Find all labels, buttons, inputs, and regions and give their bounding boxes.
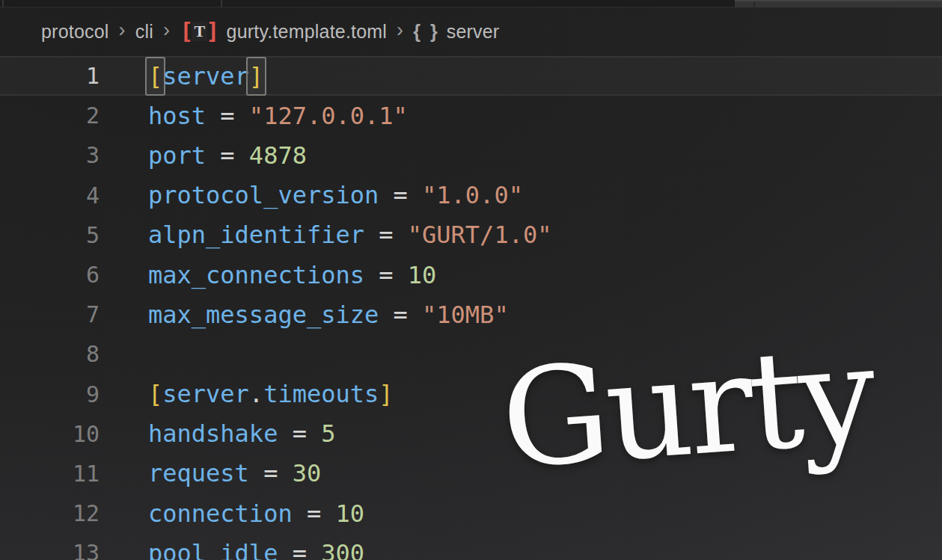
code-token-key: server [162, 380, 249, 408]
breadcrumb: protocol › cli › [ T ] gurty.template.to… [0, 8, 942, 55]
code-line-content[interactable]: host = "127.0.0.1" [148, 96, 942, 135]
code-token-key: protocol_version [148, 181, 379, 209]
code-token-br: [ [148, 380, 162, 408]
line-number: 12 [0, 500, 100, 526]
code-token-key: host [148, 102, 206, 130]
line-number: 8 [0, 341, 100, 367]
code-token-str: "GURT/1.0" [408, 221, 552, 249]
code-token-key: port [148, 141, 206, 170]
code-line-content[interactable] [148, 334, 942, 374]
code-token-key: timeouts [263, 380, 379, 408]
line-number: 13 [0, 540, 100, 560]
line-number: 2 [0, 102, 100, 129]
line-number: 11 [0, 461, 100, 487]
code-token-op: = [278, 419, 321, 448]
chevron-right-icon: › [163, 19, 170, 42]
code-token-op: = [379, 181, 422, 209]
tab-divider [2, 0, 4, 7]
line-number: 5 [0, 222, 100, 248]
editor-window: protocol › cli › [ T ] gurty.template.to… [0, 0, 942, 560]
code-line[interactable]: 10handshake = 5 [0, 414, 942, 454]
toml-icon-letter: T [192, 22, 207, 41]
code-line-content[interactable]: max_connections = 10 [148, 255, 942, 295]
code-line[interactable]: 3port = 4878 [0, 135, 942, 175]
code-token-num: 30 [293, 459, 322, 487]
code-token-op: = [249, 459, 293, 487]
code-line[interactable]: 4protocol_version = "1.0.0" [0, 176, 942, 215]
code-line[interactable]: 5alpn_identifier = "GURT/1.0" [0, 215, 942, 255]
code-token-str: "127.0.0.1" [249, 102, 408, 130]
code-line[interactable]: 8 [0, 334, 942, 374]
breadcrumb-item-cli[interactable]: cli [135, 21, 153, 43]
line-number: 7 [0, 301, 100, 327]
code-line[interactable]: 9[server.timeouts] [0, 375, 942, 414]
code-token-op: = [278, 539, 321, 560]
code-token-op: = [206, 102, 249, 130]
code-token-key: max_connections [148, 261, 364, 289]
code-line[interactable]: 12connection = 10 [0, 493, 942, 533]
code-token-key: server [162, 62, 249, 90]
line-number: 4 [0, 182, 100, 209]
code-token-op: = [206, 141, 249, 170]
braces-symbol-icon: { } [413, 21, 439, 43]
code-line[interactable]: 6max_connections = 10 [0, 255, 942, 295]
code-token-key: alpn_identifier [148, 221, 364, 249]
code-token-br: [ [147, 58, 164, 94]
breadcrumb-item-protocol[interactable]: protocol [41, 21, 109, 43]
code-token-num: 5 [321, 419, 335, 448]
code-token-key: request [148, 459, 249, 487]
code-token-num: 10 [408, 261, 437, 289]
breadcrumb-label: protocol [41, 21, 109, 43]
code-line-content[interactable]: alpn_identifier = "GURT/1.0" [148, 215, 942, 255]
breadcrumb-label: gurty.template.toml [227, 21, 388, 43]
toml-icon-bracket: ] [206, 20, 219, 43]
code-line-content[interactable]: handshake = 5 [148, 414, 942, 454]
code-line-content[interactable]: request = 30 [148, 454, 942, 493]
breadcrumb-item-symbol-server[interactable]: { } server [413, 21, 499, 43]
code-line[interactable]: 11request = 30 [0, 454, 942, 493]
toml-file-icon: [ T ] [180, 20, 219, 43]
line-number: 3 [0, 142, 100, 168]
code-line-content[interactable]: [server.timeouts] [148, 375, 942, 414]
code-token-key: max_message_size [148, 301, 379, 329]
code-line-content[interactable]: port = 4878 [148, 135, 942, 175]
code-token-op: = [364, 261, 408, 289]
code-line-content[interactable]: protocol_version = "1.0.0" [148, 176, 942, 215]
code-token-str: "1.0.0" [422, 181, 523, 209]
line-number: 6 [0, 262, 100, 288]
line-number: 1 [0, 63, 100, 89]
code-editor[interactable]: 1[server]2host = "127.0.0.1"3port = 4878… [0, 56, 942, 560]
code-line[interactable]: 2host = "127.0.0.1" [0, 96, 942, 135]
breadcrumb-label: server [447, 21, 500, 43]
breadcrumb-item-file[interactable]: [ T ] gurty.template.toml [180, 20, 387, 43]
tab-divider [221, 0, 222, 7]
code-token-num: 300 [321, 539, 364, 560]
code-token-key: connection [148, 499, 293, 528]
line-number: 9 [0, 381, 100, 407]
chevron-right-icon: › [397, 19, 403, 42]
code-token-br: ] [379, 380, 393, 408]
line-number: 10 [0, 421, 100, 447]
code-token-key: handshake [148, 419, 278, 448]
code-token-br: ] [248, 58, 265, 94]
code-token-op: . [249, 380, 263, 408]
code-token-str: "10MB" [422, 301, 509, 329]
code-line-content[interactable]: pool_idle = 300 [148, 533, 942, 560]
code-line[interactable]: 13pool_idle = 300 [0, 533, 942, 560]
code-token-op: = [293, 499, 336, 528]
code-token-key: pool_idle [148, 539, 278, 560]
code-token-op: = [364, 221, 408, 249]
chevron-right-icon: › [119, 19, 126, 42]
scrollbar-strip[interactable] [735, 0, 942, 7]
code-line[interactable]: 1[server] [0, 56, 942, 96]
code-line-content[interactable]: [server] [148, 58, 942, 94]
breadcrumb-label: cli [135, 21, 153, 43]
code-token-op: = [379, 301, 422, 329]
code-line[interactable]: 7max_message_size = "10MB" [0, 295, 942, 334]
code-token-num: 10 [335, 499, 364, 528]
code-token-num: 4878 [249, 141, 307, 170]
code-line-content[interactable]: connection = 10 [148, 493, 942, 533]
tab-bar-strip [0, 0, 942, 7]
code-line-content[interactable]: max_message_size = "10MB" [148, 295, 942, 334]
